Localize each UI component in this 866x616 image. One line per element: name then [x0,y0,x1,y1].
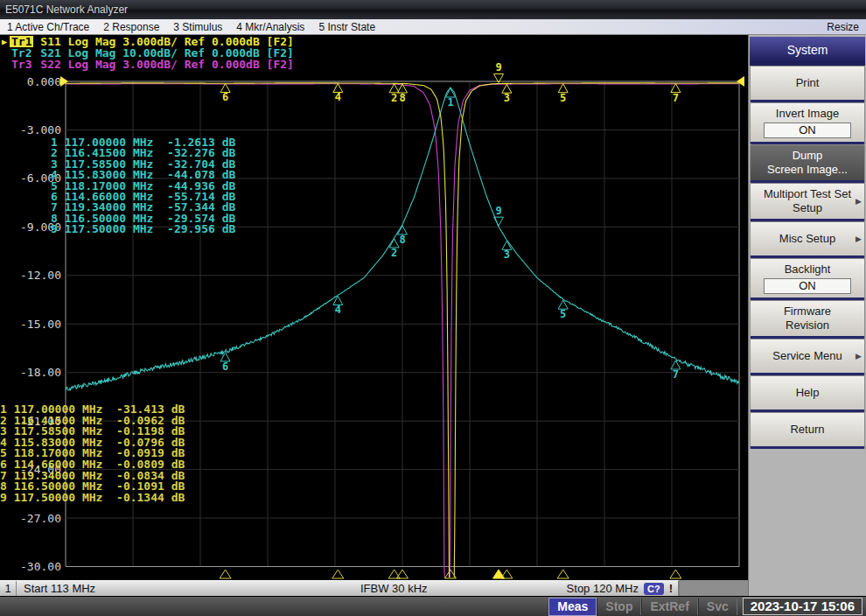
menu-item-2[interactable]: 2 Response [103,21,159,33]
system-indicator-meas: Meas [548,598,597,616]
svg-text:3: 3 [504,92,510,104]
marker-table-row: 9 117.50000 MHz -0.1344 dB [0,493,185,504]
menu-item-3[interactable]: 3 Stimulus [173,21,222,33]
active-trace-arrow-icon: ▶ [2,36,10,47]
softkey-label: Firmware [784,304,831,318]
softkey-label: Help [796,386,820,400]
softkey-label: Multiport Test Set [764,187,851,201]
submenu-arrow-icon: ▶ [856,197,862,206]
softkey-label: Dump [793,149,823,163]
softkey-label: Return [790,423,824,437]
marker-table-row: 9 117.50000 MHz -29.956 dB [51,224,235,234]
system-indicator-extref: ExtRef [641,598,697,615]
svg-text:3: 3 [504,248,510,261]
system-indicator-svc: Svc [698,598,737,615]
softkey-return[interactable]: Return [750,412,865,449]
svg-text:0.000: 0.000 [27,75,61,88]
channel-number: 1 [0,581,17,596]
svg-text:9: 9 [495,205,501,217]
svg-text:1: 1 [447,96,453,108]
softkey-menu-title: System [750,37,865,66]
softkey-dump[interactable]: DumpScreen Image... [750,144,865,183]
softkey-label: Revision [786,318,829,332]
svg-text:7: 7 [673,92,679,104]
svg-text:5: 5 [560,308,566,320]
softkey-label: Invert Image [776,107,839,121]
softkey-firmware[interactable]: FirmwareRevision [750,300,865,339]
status-bar-gap [680,580,748,596]
softkey-value: ON [764,278,851,294]
svg-text:-30.00: -30.00 [20,560,61,573]
marker-stimulus-indicator [332,570,344,578]
svg-text:7: 7 [673,368,679,381]
softkey-label: Screen Image... [767,163,848,177]
softkey-label: Print [796,76,820,90]
start-frequency: Start 113 MHz [17,582,95,595]
softkey-multiport-test-set[interactable]: Multiport Test SetSetup▶ [750,183,865,221]
menu-bar: 1 Active Ch/Trace2 Response3 Stimulus4 M… [0,19,866,35]
trace-legend: ▶Tr1 S11 Log Mag 3.000dB/ Ref 0.000dB [F… [2,36,294,70]
ifbw-value: IFBW 30 kHz [360,582,428,595]
svg-text:-27.00: -27.00 [20,512,61,525]
svg-text:6: 6 [222,91,228,103]
submenu-arrow-icon: ▶ [856,234,862,243]
softkey-label: Backlight [785,262,831,276]
trace-legend-tr3[interactable]: Tr3 S22 Log Mag 3.000dB/ Ref 0.000dB [F2… [2,59,294,70]
calibration-badge: C? [644,583,664,595]
alert-indicator: ! [669,582,673,595]
svg-text:-3.000: -3.000 [20,123,61,136]
svg-text:4: 4 [335,304,341,316]
svg-text:5: 5 [560,92,566,104]
softkey-backlight[interactable]: BacklightON [750,258,865,300]
marker-stimulus-indicator [397,570,409,578]
svg-text:-12.00: -12.00 [20,269,61,282]
stimulus-status-bar: 1 Start 113 MHz IFBW 30 kHz Stop 120 MHz… [0,580,680,596]
softkey-label: Setup [793,201,822,215]
svg-text:6: 6 [222,360,228,373]
menu-item-1[interactable]: 1 Active Ch/Trace [7,21,89,33]
svg-text:-15.00: -15.00 [20,318,61,331]
softkey-value: ON [764,122,851,138]
svg-text:8: 8 [399,92,405,104]
svg-text:4: 4 [335,91,341,103]
softkey-invert-image[interactable]: Invert ImageON [750,102,865,144]
marker-table-tr1: 1 117.00000 MHz -31.413 dB2 116.41500 MH… [0,404,185,503]
system-indicator-stop: Stop [597,598,641,615]
marker-stimulus-indicator [493,570,505,578]
resize-control[interactable]: Resize [827,21,866,33]
stop-frequency: Stop 120 MHz [567,582,639,595]
menu-item-5[interactable]: 5 Instr State [318,21,375,33]
submenu-arrow-icon: ▶ [856,352,862,360]
datetime-display: 2023-10-17 15:06 [743,598,863,615]
trace-id: Tr3 [10,59,33,70]
system-status-bar: MeasStopExtRefSvc 2023-10-17 15:06 [0,596,866,616]
application-window: E5071C Network Analyzer 1 Active Ch/Trac… [0,0,866,616]
svg-text:9: 9 [495,61,501,74]
svg-text:-18.00: -18.00 [20,366,61,379]
trace-settings-text: S22 Log Mag 3.000dB/ Ref 0.000dB [F2] [33,59,293,70]
svg-text:2: 2 [391,247,397,259]
svg-text:2: 2 [391,92,397,104]
marker-stimulus-indicator [557,570,569,578]
softkey-misc-setup[interactable]: Misc Setup▶ [750,221,865,258]
softkey-help[interactable]: Help [750,375,865,412]
window-title: E5071C Network Analyzer [5,4,128,16]
trace-markers: 12233445566778899 [220,61,681,380]
analyzer-screen: 0.000-3.000-6.000-9.000-12.00-15.00-18.0… [0,35,748,580]
marker-stimulus-indicator [670,570,681,578]
window-titlebar[interactable]: E5071C Network Analyzer [0,0,866,19]
marker-stimulus-indicator [388,570,400,578]
menu-item-4[interactable]: 4 Mkr/Analysis [236,21,304,33]
softkey-print[interactable]: Print [750,66,865,102]
svg-text:8: 8 [399,234,405,246]
softkey-sidebar: System PrintInvert ImageONDumpScreen Ima… [748,35,866,596]
softkey-service-menu[interactable]: Service Menu▶ [750,339,865,375]
marker-table-tr2: 1 117.00000 MHz -1.2613 dB2 116.41500 MH… [51,137,235,235]
softkey-label: Service Menu [772,349,842,363]
marker-stimulus-indicator [220,570,231,578]
softkey-label: Misc Setup [779,232,835,246]
